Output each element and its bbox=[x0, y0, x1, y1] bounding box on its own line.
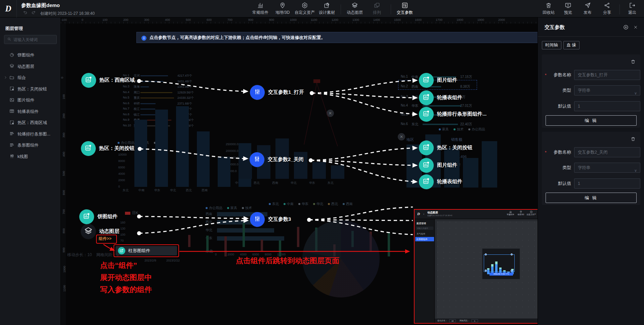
panel-tabs: 时间轴血 缘 bbox=[542, 41, 579, 49]
graph-node-hotzone-close[interactable] bbox=[81, 141, 96, 156]
sidebar-item-7[interactable]: 轮播排行条形图... bbox=[0, 129, 60, 140]
ruler-number: 900 bbox=[269, 18, 274, 22]
graph-node-label: 交互参数2_关闭 bbox=[268, 156, 304, 163]
tool-design-assets[interactable]: 设计素材 bbox=[316, 2, 338, 15]
tool-recycle-bin[interactable]: 回收站 bbox=[539, 2, 558, 15]
bg-text: 华东 bbox=[154, 188, 160, 193]
inset-layer-item: 天气组件 bbox=[417, 233, 425, 236]
expanded-bar-component-item[interactable]: 柱形图组件 bbox=[116, 246, 177, 255]
tool-label: 动态图层 bbox=[347, 10, 363, 15]
tool-regular-components[interactable]: 常规组件 bbox=[249, 2, 271, 15]
tool-label: 设计素材 bbox=[319, 10, 335, 15]
tool-preview[interactable]: 预览 bbox=[558, 2, 578, 15]
sidebar-item-8[interactable]: 条形图组件 bbox=[0, 140, 60, 151]
bg-text: 中南 bbox=[138, 188, 144, 193]
search-input[interactable] bbox=[13, 37, 54, 42]
bg-legend: 东北中南华东华北西北西南 bbox=[269, 202, 357, 206]
graph-node-pie-component[interactable] bbox=[79, 209, 94, 224]
param-card-1: *参数名称类型字符串∨默认值编 辑 bbox=[542, 132, 640, 205]
icon-chart-bar bbox=[257, 2, 264, 9]
sidebar-item-label: k线图 bbox=[17, 154, 28, 160]
graph-node-hotzone-southwest[interactable] bbox=[81, 73, 96, 88]
edit-button[interactable]: 编 辑 bbox=[546, 115, 637, 126]
layer-search[interactable] bbox=[4, 35, 57, 44]
sidebar-item-3[interactable]: 热区：关闭按钮 bbox=[0, 84, 60, 95]
edit-button[interactable]: 编 辑 bbox=[546, 193, 637, 203]
graph-node-param2[interactable] bbox=[250, 152, 264, 167]
graph-node-image-component-2[interactable] bbox=[419, 158, 434, 173]
param-label: 默认值 bbox=[545, 180, 571, 187]
delete-param-icon[interactable] bbox=[631, 136, 636, 143]
add-param-icon[interactable] bbox=[623, 25, 629, 31]
ruler-number: 300 bbox=[62, 132, 66, 137]
ruler-number: 1400 bbox=[373, 18, 380, 22]
sidebar-item-6[interactable]: 热区：西南区域 bbox=[0, 117, 60, 129]
graph-node-label: 动态图层 bbox=[99, 228, 119, 235]
ruler-number: -100 bbox=[61, 18, 67, 22]
app-logo[interactable]: D bbox=[0, 0, 17, 17]
graph-node-dynamic-layer[interactable] bbox=[81, 224, 96, 239]
tool-publish[interactable]: 发布 bbox=[578, 2, 597, 15]
ruler-number: 900 bbox=[62, 247, 66, 252]
tool-exit[interactable]: 退出 bbox=[622, 2, 642, 15]
toolbar: 常规组件地理/3D自定义资产设计素材动态图层排列交互参数 bbox=[249, 2, 416, 15]
tool-arrange[interactable]: 排列 bbox=[366, 2, 388, 15]
bg-bar bbox=[155, 110, 168, 187]
param-name-input[interactable] bbox=[574, 147, 640, 157]
created-time: 创建时间 2023-11-27 16:38:40 bbox=[40, 11, 95, 16]
inset-back-icon: ‹ bbox=[423, 212, 424, 216]
sidebar-item-1[interactable]: 动态图层 bbox=[0, 61, 60, 73]
ruler-number: 1200 bbox=[332, 18, 338, 22]
param-default-input[interactable] bbox=[574, 101, 640, 111]
graph-node-param3[interactable] bbox=[250, 212, 265, 227]
graph-node-hotzone-close-target[interactable] bbox=[419, 140, 434, 155]
dim-step: 移动步长：10 bbox=[67, 252, 92, 257]
sidebar-item-0[interactable]: 饼图组件 bbox=[0, 50, 60, 61]
graph-node-label: 热区：西南区域 bbox=[99, 77, 135, 83]
icon-share bbox=[604, 2, 610, 9]
graph-node-carousel-table-1[interactable] bbox=[419, 90, 434, 105]
bg-bar bbox=[218, 157, 230, 187]
bg-text: No.1 bbox=[123, 74, 129, 77]
ruler-number: 800 bbox=[248, 18, 253, 22]
tool-label: 自定义资产 bbox=[295, 10, 315, 15]
annotation-note-left: 点击“组件”展开动态图层中写入参数的组件 bbox=[100, 259, 152, 296]
undo-icon[interactable] bbox=[23, 10, 28, 16]
sidebar-item-5[interactable]: 轮播表组件 bbox=[0, 106, 60, 118]
close-panel-icon[interactable] bbox=[633, 25, 638, 31]
param-name-input[interactable] bbox=[574, 70, 640, 80]
ruler-number: 1000 bbox=[63, 266, 66, 273]
graph-node-carousel-table-2[interactable] bbox=[419, 174, 434, 189]
param-type-select[interactable]: 字符串∨ bbox=[574, 85, 640, 95]
sidebar-item-2[interactable]: 组合 bbox=[0, 72, 60, 84]
bg-text: 钟祥 bbox=[134, 101, 140, 106]
bg-bar bbox=[206, 236, 209, 252]
tool-label: 排列 bbox=[373, 10, 381, 15]
graph-node-carousel-rank-bar[interactable] bbox=[419, 107, 434, 122]
graph-node-param1[interactable] bbox=[250, 85, 265, 100]
sidebar-item-9[interactable]: k线图 bbox=[0, 151, 60, 163]
graph-node-image-component-1[interactable] bbox=[419, 73, 434, 88]
hotzone-icon bbox=[9, 86, 14, 92]
tool-interactive-params[interactable]: 交互参数 bbox=[394, 2, 416, 15]
redo-icon[interactable] bbox=[31, 10, 36, 16]
ruler-number: 600 bbox=[62, 190, 66, 195]
tool-geo-3d[interactable]: 地理/3D bbox=[271, 2, 294, 15]
component-expand-link[interactable]: 组件>> bbox=[99, 236, 112, 242]
inset-logo: D bbox=[417, 212, 420, 216]
tool-dynamic-layers[interactable]: 动态图层 bbox=[344, 2, 366, 15]
chevron-right-icon[interactable] bbox=[4, 76, 7, 80]
param-type-select[interactable]: 字符串∨ bbox=[574, 163, 640, 173]
tool-share[interactable]: 分享 bbox=[597, 2, 617, 15]
bg-text: 西南 bbox=[272, 181, 278, 185]
param-default-input[interactable] bbox=[574, 178, 640, 189]
bg-funnel-rect bbox=[313, 79, 320, 83]
ruler-number: 700 bbox=[62, 209, 66, 214]
panel-tab-0[interactable]: 时间轴 bbox=[542, 41, 561, 49]
bg-text: 1341.06/个 bbox=[177, 85, 192, 89]
tool-custom-assets[interactable]: 自定义资产 bbox=[294, 2, 316, 15]
sidebar-item-4[interactable]: 图片组件 bbox=[0, 95, 60, 106]
panel-tab-1[interactable]: 血 缘 bbox=[563, 41, 579, 49]
node-sliders-icon bbox=[253, 88, 261, 97]
delete-param-icon[interactable] bbox=[631, 59, 636, 66]
